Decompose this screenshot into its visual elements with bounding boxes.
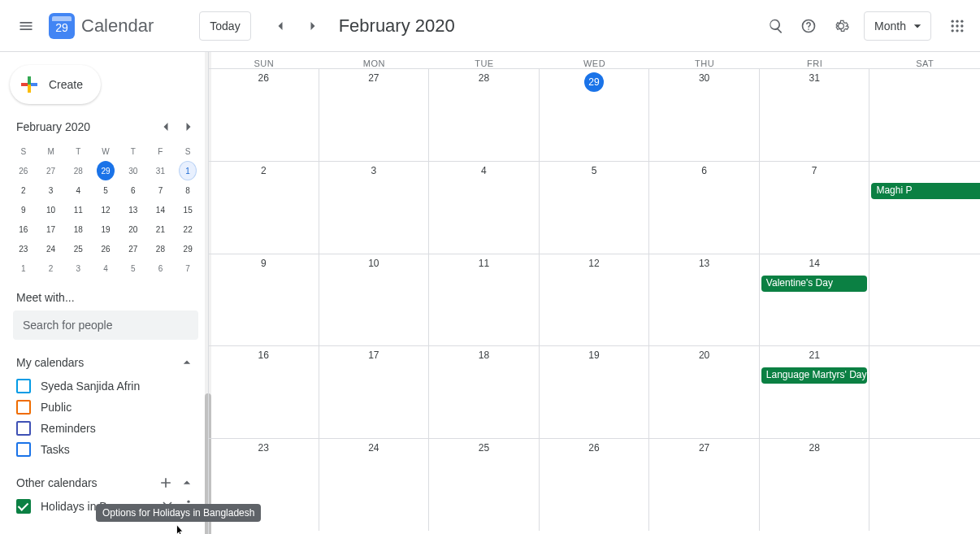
mini-day[interactable]: 22 — [174, 219, 202, 239]
mini-day[interactable]: 19 — [92, 219, 119, 239]
day-cell[interactable]: 12 — [540, 254, 650, 346]
mini-day[interactable]: 21 — [147, 219, 175, 239]
day-cell[interactable]: 20 — [649, 346, 760, 438]
mini-day[interactable]: 27 — [119, 239, 147, 258]
day-cell[interactable]: 19 — [540, 346, 650, 438]
day-cell[interactable]: 5 — [540, 162, 650, 254]
mini-day[interactable]: 26 — [10, 161, 37, 180]
event-chip[interactable]: Valentine's Day — [761, 276, 868, 292]
day-cell[interactable]: 16 — [209, 346, 319, 438]
mini-day[interactable]: 15 — [174, 200, 202, 219]
day-cell[interactable]: 14Valentine's Day — [760, 254, 870, 346]
day-cell[interactable] — [869, 439, 980, 531]
mini-day[interactable]: 12 — [92, 200, 119, 219]
mini-day[interactable]: 1 — [174, 161, 202, 180]
settings-button[interactable] — [825, 10, 857, 42]
day-cell[interactable]: 24 — [319, 439, 430, 531]
mini-day[interactable]: 8 — [174, 180, 202, 200]
apps-button[interactable] — [941, 10, 973, 42]
day-cell[interactable]: 13 — [649, 254, 760, 346]
day-cell[interactable]: 26 — [209, 69, 319, 161]
day-cell[interactable]: 7 — [760, 162, 870, 254]
mini-day[interactable]: 2 — [37, 258, 65, 278]
mini-day[interactable]: 25 — [64, 239, 92, 258]
next-period-button[interactable] — [300, 13, 326, 39]
mini-next-button[interactable] — [179, 117, 198, 137]
mini-day[interactable]: 5 — [92, 180, 119, 200]
mini-day[interactable]: 7 — [147, 180, 175, 200]
mini-day[interactable]: 4 — [92, 258, 119, 278]
main-menu-button[interactable] — [7, 7, 46, 46]
mini-prev-button[interactable] — [156, 117, 176, 137]
mini-day[interactable]: 6 — [119, 180, 147, 200]
mini-day[interactable]: 4 — [64, 180, 92, 200]
calendar-checkbox[interactable] — [16, 499, 31, 514]
day-cell[interactable]: 21Language Martyrs' Day — [760, 346, 870, 438]
mini-day[interactable]: 27 — [37, 161, 65, 180]
mini-day[interactable]: 29 — [92, 161, 119, 180]
other-calendars-header[interactable]: Other calendars — [10, 460, 202, 496]
mini-day[interactable]: 18 — [64, 219, 92, 239]
day-cell[interactable]: 9 — [209, 254, 319, 346]
mini-day[interactable]: 6 — [147, 258, 175, 278]
view-switcher[interactable]: Month — [864, 11, 931, 41]
day-cell[interactable]: Maghi P — [869, 162, 980, 254]
mini-day[interactable]: 28 — [64, 161, 92, 180]
mini-day[interactable]: 16 — [10, 219, 37, 239]
mini-day[interactable]: 2 — [10, 180, 37, 200]
create-button[interactable]: Create — [10, 65, 101, 104]
mini-day[interactable]: 14 — [147, 200, 175, 219]
day-cell[interactable]: 3 — [319, 162, 430, 254]
plus-icon[interactable] — [158, 475, 174, 491]
mini-day[interactable]: 1 — [10, 258, 37, 278]
day-cell[interactable]: 30 — [649, 69, 760, 161]
mini-day[interactable]: 13 — [119, 200, 147, 219]
calendar-checkbox[interactable] — [16, 400, 31, 415]
day-cell[interactable]: 26 — [540, 439, 650, 531]
mini-day[interactable]: 7 — [174, 258, 202, 278]
day-cell[interactable]: 25 — [429, 439, 540, 531]
mini-day[interactable]: 24 — [37, 239, 65, 258]
day-cell[interactable]: 11 — [429, 254, 540, 346]
day-cell[interactable]: 29 — [540, 69, 650, 161]
prev-period-button[interactable] — [267, 13, 293, 39]
day-cell[interactable]: 17 — [319, 346, 430, 438]
logo[interactable]: 29 Calendar — [49, 13, 154, 39]
calendar-item[interactable]: Reminders — [10, 418, 202, 439]
mini-day[interactable]: 20 — [119, 219, 147, 239]
mini-day[interactable]: 31 — [147, 161, 175, 180]
day-cell[interactable]: 31 — [760, 69, 870, 161]
day-cell[interactable] — [869, 346, 980, 438]
search-people-input[interactable] — [23, 319, 189, 332]
day-cell[interactable]: 2 — [209, 162, 319, 254]
day-cell[interactable]: 6 — [649, 162, 760, 254]
mini-day[interactable]: 9 — [10, 200, 37, 219]
mini-day[interactable]: 29 — [174, 239, 202, 258]
mini-day[interactable]: 23 — [10, 239, 37, 258]
help-button[interactable] — [792, 10, 825, 42]
calendar-checkbox[interactable] — [16, 421, 31, 436]
my-calendars-header[interactable]: My calendars — [10, 340, 202, 376]
today-button[interactable]: Today — [199, 11, 250, 41]
day-cell[interactable]: 27 — [319, 69, 430, 161]
calendar-checkbox[interactable] — [16, 442, 31, 457]
calendar-checkbox[interactable] — [16, 379, 31, 393]
mini-day[interactable]: 10 — [37, 200, 65, 219]
event-chip[interactable]: Maghi P — [871, 183, 980, 199]
day-cell[interactable]: 28 — [760, 439, 870, 531]
mini-day[interactable]: 11 — [64, 200, 92, 219]
mini-day[interactable]: 26 — [92, 239, 119, 258]
day-cell[interactable]: 18 — [429, 346, 540, 438]
day-cell[interactable]: 10 — [319, 254, 430, 346]
mini-day[interactable]: 17 — [37, 219, 65, 239]
mini-day[interactable]: 28 — [147, 239, 175, 258]
mini-day[interactable]: 3 — [37, 180, 65, 200]
mini-day[interactable]: 30 — [119, 161, 147, 180]
day-cell[interactable] — [869, 254, 980, 346]
calendar-item[interactable]: Public — [10, 397, 202, 418]
mini-day[interactable]: 5 — [119, 258, 147, 278]
calendar-item[interactable]: Syeda Sanjida Afrin — [10, 376, 202, 397]
event-chip[interactable]: Language Martyrs' Day — [761, 367, 868, 384]
calendar-item[interactable]: Tasks — [10, 439, 202, 460]
mini-day[interactable]: 3 — [64, 258, 92, 278]
